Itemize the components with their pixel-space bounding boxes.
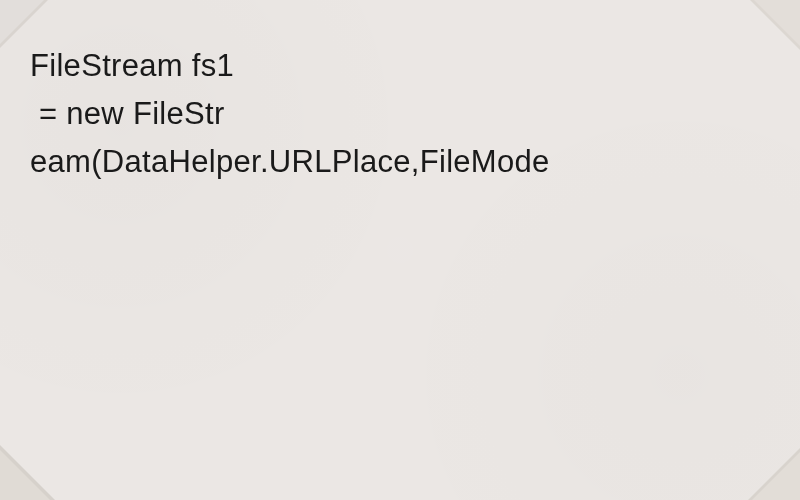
code-line-1: FileStream fs1 <box>30 42 770 90</box>
code-line-3: eam(DataHelper.URLPlace,FileMode <box>30 138 770 186</box>
code-content: FileStream fs1 = new FileStr eam(DataHel… <box>30 42 770 186</box>
corner-fold-bottom-right <box>748 448 800 500</box>
corner-fold-bottom-left <box>0 445 55 500</box>
corner-fold-top-left <box>0 0 48 48</box>
code-line-2: = new FileStr <box>30 90 770 138</box>
